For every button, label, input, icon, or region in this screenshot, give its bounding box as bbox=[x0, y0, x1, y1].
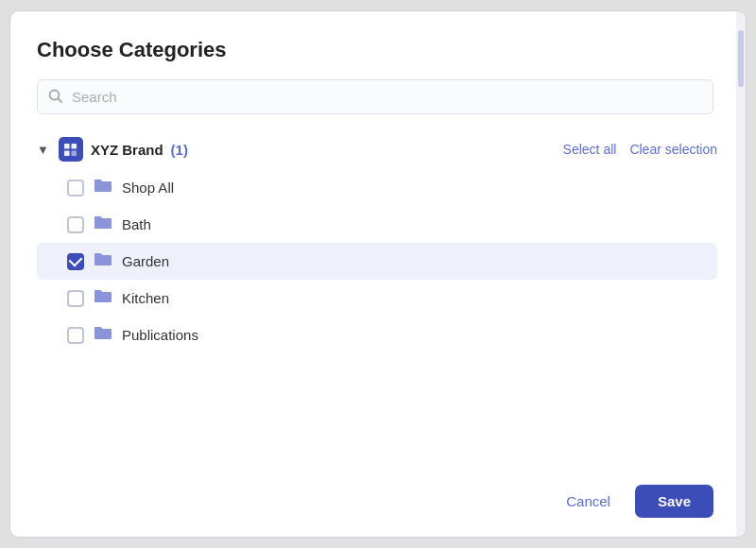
item-checkbox-garden[interactable] bbox=[67, 253, 84, 270]
item-label-shop-all: Shop All bbox=[122, 180, 174, 196]
save-button[interactable]: Save bbox=[635, 485, 713, 518]
svg-rect-5 bbox=[72, 150, 77, 156]
brand-icon bbox=[59, 137, 83, 162]
select-all-button[interactable]: Select all bbox=[563, 142, 617, 157]
item-label-garden: Garden bbox=[122, 253, 169, 269]
collapse-chevron[interactable]: ▼ bbox=[37, 143, 49, 157]
list-item[interactable]: Garden bbox=[37, 243, 717, 280]
svg-rect-4 bbox=[64, 150, 70, 156]
item-label-bath: Bath bbox=[122, 216, 151, 232]
folder-icon bbox=[94, 251, 112, 271]
folder-icon bbox=[94, 325, 112, 345]
dialog-footer: Cancel Save bbox=[37, 471, 727, 518]
svg-rect-2 bbox=[64, 143, 70, 148]
clear-selection-button[interactable]: Clear selection bbox=[629, 142, 717, 157]
scrollbar-thumb[interactable] bbox=[738, 30, 744, 87]
item-checkbox-publications[interactable] bbox=[67, 327, 84, 344]
svg-line-1 bbox=[59, 98, 62, 102]
item-checkbox-shop-all[interactable] bbox=[67, 180, 84, 197]
list-item[interactable]: Publications bbox=[37, 317, 717, 353]
search-input[interactable] bbox=[37, 79, 713, 114]
folder-icon bbox=[94, 214, 112, 234]
dialog-title: Choose Categories bbox=[37, 38, 727, 62]
brand-count: (1) bbox=[171, 142, 188, 158]
list-item[interactable]: Kitchen bbox=[37, 280, 717, 317]
item-checkbox-bath[interactable] bbox=[67, 216, 84, 233]
folder-icon bbox=[94, 288, 112, 308]
folder-icon bbox=[94, 178, 112, 197]
cancel-button[interactable]: Cancel bbox=[551, 485, 626, 518]
list-item[interactable]: Bath bbox=[37, 206, 717, 243]
item-label-publications: Publications bbox=[122, 327, 198, 343]
search-wrapper bbox=[37, 79, 713, 114]
item-label-kitchen: Kitchen bbox=[122, 290, 169, 306]
svg-rect-3 bbox=[72, 143, 77, 148]
category-list: Shop All Bath Garden bbox=[37, 169, 717, 353]
brand-name: XYZ Brand bbox=[91, 142, 163, 158]
category-section: ▼ XYZ Brand (1) Select all Clear selecti… bbox=[37, 131, 725, 471]
search-icon bbox=[48, 89, 62, 106]
item-checkbox-kitchen[interactable] bbox=[67, 290, 84, 307]
section-actions: Select all Clear selection bbox=[563, 142, 717, 157]
choose-categories-dialog: Choose Categories ▼ XYZ Brand (1) bbox=[9, 10, 747, 538]
section-header: ▼ XYZ Brand (1) Select all Clear selecti… bbox=[37, 131, 717, 169]
list-item[interactable]: Shop All bbox=[37, 169, 717, 206]
